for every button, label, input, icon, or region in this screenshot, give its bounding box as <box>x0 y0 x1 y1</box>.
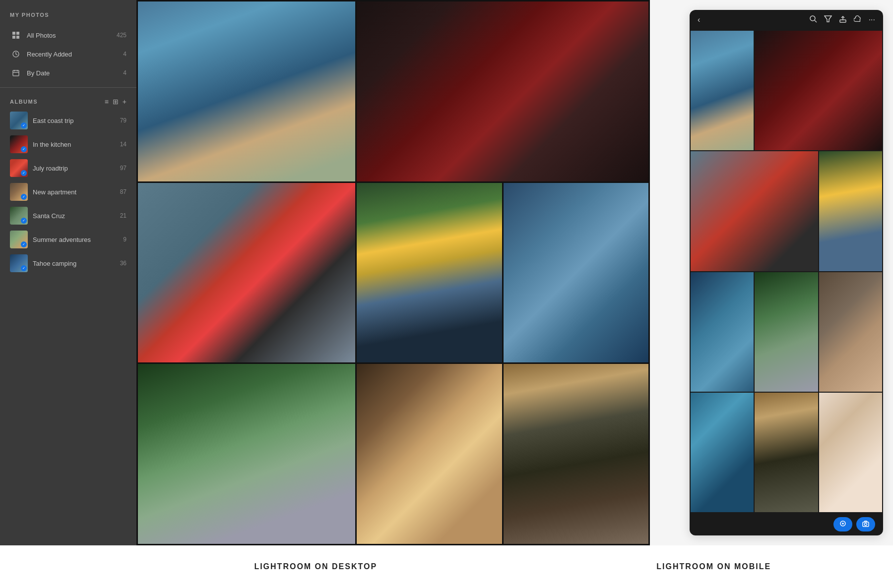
mobile-filter-icon[interactable] <box>824 15 832 25</box>
album-check-santa-cruz <box>21 218 27 224</box>
mobile-back-icon[interactable]: ‹ <box>698 15 700 24</box>
album-santa-cruz[interactable]: Santa Cruz 21 <box>0 204 136 228</box>
svg-point-18 <box>865 523 867 526</box>
sidebar-item-by-date[interactable]: By Date 4 <box>0 63 136 82</box>
mobile-import-button[interactable] <box>833 517 852 531</box>
album-check-in-kitchen <box>21 146 27 152</box>
mobile-photo-kayak[interactable] <box>691 31 754 150</box>
mobile-photo-girl[interactable] <box>819 393 882 512</box>
mobile-camera-button[interactable] <box>856 517 875 531</box>
album-thumb-tahoe-camping <box>10 254 28 272</box>
mobile-photo-person-red[interactable] <box>691 151 818 271</box>
sidebar-item-all-photos[interactable]: All Photos 425 <box>0 26 136 45</box>
mobile-photo-grid <box>690 30 883 513</box>
section-spacer <box>650 0 675 545</box>
list-view-icon[interactable]: ≡ <box>105 98 109 106</box>
album-east-coast[interactable]: East coast trip 79 <box>0 109 136 132</box>
mobile-more-icon[interactable]: ··· <box>869 15 875 24</box>
photo-person-red[interactable] <box>138 183 355 363</box>
album-tahoe-camping[interactable]: Tahoe camping 36 <box>0 251 136 275</box>
clock-icon <box>10 48 22 60</box>
album-count-july-roadtrip: 97 <box>120 165 127 172</box>
album-check-july-roadtrip <box>21 170 27 176</box>
my-photos-title: MY PHOTOS <box>10 12 49 18</box>
album-thumb-santa-cruz <box>10 207 28 225</box>
grid-view-icon[interactable]: ⊞ <box>113 98 119 106</box>
grid-icon <box>10 29 22 41</box>
album-count-east-coast: 79 <box>120 117 127 124</box>
mobile-cloud-icon[interactable] <box>854 15 862 25</box>
by-date-label: By Date <box>27 69 123 77</box>
mobile-photo-mountains[interactable] <box>819 151 882 271</box>
sidebar-item-recently-added[interactable]: Recently Added 4 <box>0 45 136 63</box>
album-count-tahoe-camping: 36 <box>120 260 127 267</box>
all-photos-label: All Photos <box>27 32 117 39</box>
recently-added-count: 4 <box>123 51 127 58</box>
album-check-tahoe-camping <box>21 265 27 271</box>
albums-title: ALBUMS <box>10 99 105 105</box>
album-july-roadtrip[interactable]: July roadtrip 97 <box>0 156 136 180</box>
svg-rect-13 <box>840 20 846 22</box>
mobile-photo-horse[interactable] <box>819 272 882 392</box>
desktop-section: MY PHOTOS All Photos 425 <box>0 0 650 545</box>
svg-rect-1 <box>16 32 19 35</box>
photo-fruits[interactable] <box>357 1 648 181</box>
album-check-summer-adventures <box>21 241 27 247</box>
sidebar-divider <box>0 87 136 88</box>
album-count-new-apartment: 87 <box>120 188 127 195</box>
album-check-east-coast <box>21 122 27 128</box>
svg-marker-11 <box>825 16 831 22</box>
photo-truck[interactable] <box>138 364 355 544</box>
albums-actions: ≡ ⊞ + <box>105 98 127 106</box>
mobile-device: ‹ <box>690 10 883 535</box>
svg-line-10 <box>815 20 817 22</box>
album-count-santa-cruz: 21 <box>120 212 127 219</box>
album-label-new-apartment: New apartment <box>33 188 120 196</box>
mobile-photo-truck[interactable] <box>755 272 818 392</box>
mobile-search-icon[interactable] <box>809 15 817 25</box>
album-label-summer-adventures: Summer adventures <box>33 236 123 243</box>
import-icon <box>839 520 846 529</box>
mobile-photo-road[interactable] <box>755 393 818 512</box>
svg-point-9 <box>810 16 815 21</box>
all-photos-count: 425 <box>117 32 127 39</box>
album-thumb-july-roadtrip <box>10 159 28 177</box>
mobile-share-icon[interactable] <box>839 15 847 25</box>
album-check-new-apartment <box>21 194 27 200</box>
album-label-in-kitchen: In the kitchen <box>33 141 120 148</box>
mobile-photo-fruits[interactable] <box>755 31 882 150</box>
by-date-count: 4 <box>123 69 127 76</box>
photo-road[interactable] <box>504 364 648 544</box>
footer: LIGHTROOM ON DESKTOP LIGHTROOM ON MOBILE <box>0 545 893 588</box>
svg-rect-0 <box>12 32 15 35</box>
photo-dog[interactable] <box>357 364 502 544</box>
album-thumb-summer-adventures <box>10 231 28 248</box>
camera-icon <box>862 520 869 529</box>
mobile-section: ‹ <box>675 0 893 545</box>
photo-boats[interactable] <box>504 183 648 363</box>
mobile-photo-blond[interactable] <box>691 393 754 512</box>
album-label-east-coast: East coast trip <box>33 117 120 124</box>
album-label-santa-cruz: Santa Cruz <box>33 212 120 220</box>
album-new-apartment[interactable]: New apartment 87 <box>0 180 136 204</box>
mobile-footer-label: LIGHTROOM ON MOBILE <box>520 562 893 571</box>
album-count-summer-adventures: 9 <box>123 236 127 243</box>
svg-rect-5 <box>13 70 19 76</box>
sidebar: MY PHOTOS All Photos 425 <box>0 0 136 545</box>
album-thumb-new-apartment <box>10 183 28 201</box>
svg-rect-2 <box>12 36 15 39</box>
album-thumb-in-kitchen <box>10 135 28 153</box>
recently-added-label: Recently Added <box>27 51 123 58</box>
album-thumb-east-coast <box>10 112 28 129</box>
add-album-icon[interactable]: + <box>123 98 127 106</box>
album-count-in-kitchen: 14 <box>120 141 127 148</box>
mobile-photo-lake[interactable] <box>691 272 754 392</box>
albums-section-header: ALBUMS ≡ ⊞ + <box>0 95 136 109</box>
album-in-kitchen[interactable]: In the kitchen 14 <box>0 132 136 156</box>
svg-rect-3 <box>16 36 19 39</box>
album-summer-adventures[interactable]: Summer adventures 9 <box>0 228 136 251</box>
sidebar-header: MY PHOTOS <box>0 10 136 26</box>
calendar-icon <box>10 67 22 79</box>
photo-mountains[interactable] <box>357 183 502 363</box>
photo-kayak[interactable] <box>138 1 355 181</box>
